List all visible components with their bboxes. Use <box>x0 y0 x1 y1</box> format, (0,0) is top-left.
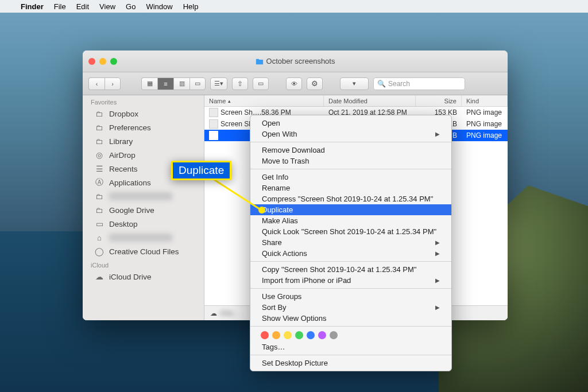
submenu-arrow-icon: ▶ <box>435 250 440 257</box>
ctx-remove-download[interactable]: Remove Download <box>250 145 451 156</box>
sidebar-item-desktop[interactable]: ▭Desktop <box>83 217 204 231</box>
ctx-show-view-options[interactable]: Show View Options <box>250 313 451 324</box>
home-icon: ⌂ <box>94 233 105 242</box>
context-menu: Open Open With▶ Remove Download Move to … <box>250 115 452 371</box>
sidebar-item-library[interactable]: 🗀Library <box>83 134 204 148</box>
recents-icon: ☰ <box>94 164 105 173</box>
annotation-callout: Duplicate <box>171 161 231 180</box>
sidebar-item-preferences[interactable]: 🗀Preferences <box>83 121 204 134</box>
svg-line-0 <box>211 178 260 209</box>
tags-button[interactable]: ▭ <box>253 77 269 90</box>
sidebar-section-favorites: Favorites <box>83 95 204 107</box>
tag-red[interactable] <box>261 331 269 339</box>
submenu-arrow-icon: ▶ <box>435 277 440 284</box>
sidebar-item-redacted-1[interactable]: 🗀 <box>83 189 204 203</box>
search-placeholder: Search <box>388 80 410 88</box>
menubar-window[interactable]: Window <box>146 2 172 11</box>
tag-blue[interactable] <box>307 331 315 339</box>
ctx-separator <box>250 142 451 142</box>
tag-gray[interactable] <box>330 331 338 339</box>
folder-icon: 🗀 <box>94 205 105 215</box>
menubar-help[interactable]: Help <box>183 2 199 11</box>
ctx-duplicate[interactable]: Duplicate <box>250 204 451 215</box>
finder-sidebar: Favorites 🗀Dropbox 🗀Preferences 🗀Library… <box>83 95 204 320</box>
view-list-button[interactable]: ≡ <box>157 77 173 90</box>
sidebar-section-icloud: iCloud <box>83 258 204 270</box>
column-headers: Name Date Modified Size Kind <box>204 95 508 107</box>
ctx-move-to-trash[interactable]: Move to Trash <box>250 156 451 166</box>
folder-icon <box>256 58 264 65</box>
column-name[interactable]: Name <box>204 95 324 106</box>
menubar-file[interactable]: File <box>54 2 66 11</box>
view-gallery-button[interactable]: ▭ <box>189 77 206 90</box>
submenu-arrow-icon: ▶ <box>435 239 440 246</box>
sidebar-item-dropbox[interactable]: 🗀Dropbox <box>83 107 204 121</box>
ctx-separator <box>250 355 451 355</box>
submenu-arrow-icon: ▶ <box>435 304 440 311</box>
menubar-view[interactable]: View <box>99 2 115 11</box>
ctx-compress[interactable]: Compress "Screen Shot 2019-10-24 at 1.25… <box>250 193 451 204</box>
tag-green[interactable] <box>295 331 303 339</box>
cloud-icon: ☁ <box>94 272 105 281</box>
window-title: October screenshots <box>83 57 508 65</box>
view-icons-button[interactable]: ▦ <box>141 77 157 90</box>
tag-yellow[interactable] <box>284 331 292 339</box>
ctx-import-iphone[interactable]: Import from iPhone or iPad▶ <box>250 275 451 286</box>
folder-icon: 🗀 <box>94 137 105 146</box>
image-file-icon <box>209 131 218 140</box>
search-input[interactable]: 🔍 Search <box>373 77 465 90</box>
system-menubar: Finder File Edit View Go Window Help <box>0 0 588 13</box>
action-button[interactable] <box>307 77 323 90</box>
ctx-set-desktop-picture[interactable]: Set Desktop Picture <box>250 358 451 368</box>
quicklook-button[interactable] <box>286 77 302 90</box>
cloud-icon: ☁ <box>210 309 217 317</box>
ctx-sort-by[interactable]: Sort By▶ <box>250 302 451 313</box>
ctx-copy[interactable]: Copy "Screen Shot 2019-10-24 at 1.25.34 … <box>250 264 451 275</box>
menubar-app-name[interactable]: Finder <box>21 2 44 11</box>
ctx-separator <box>250 326 451 327</box>
folder-icon: 🗀 <box>94 192 105 201</box>
applications-icon: Ⓐ <box>94 178 105 187</box>
arrange-button[interactable]: ☰▾ <box>210 77 227 90</box>
image-file-icon <box>209 119 218 129</box>
ctx-quick-actions[interactable]: Quick Actions▶ <box>250 248 451 259</box>
sidebar-item-airdrop[interactable]: ◎AirDrop <box>83 148 204 162</box>
column-date[interactable]: Date Modified <box>324 95 416 106</box>
window-titlebar[interactable]: October screenshots <box>83 51 508 72</box>
ctx-open-with[interactable]: Open With▶ <box>250 129 451 139</box>
ctx-tag-colors <box>250 329 451 341</box>
sidebar-item-google-drive[interactable]: 🗀Google Drive <box>83 203 204 217</box>
folder-icon: 🗀 <box>94 123 105 132</box>
ctx-tags[interactable]: Tags… <box>250 341 451 352</box>
finder-toolbar: ‹ › ▦ ≡ ▥ ▭ ☰▾ ▭ ▾ 🔍 Search <box>83 72 508 95</box>
creative-cloud-icon: ◯ <box>94 247 105 256</box>
sidebar-item-home-redacted[interactable]: ⌂ <box>83 231 204 244</box>
menubar-edit[interactable]: Edit <box>76 2 89 11</box>
view-columns-button[interactable]: ▥ <box>173 77 189 90</box>
share-button[interactable] <box>232 77 248 90</box>
ctx-get-info[interactable]: Get Info <box>250 172 451 183</box>
ctx-quick-look[interactable]: Quick Look "Screen Shot 2019-10-24 at 1.… <box>250 226 451 237</box>
back-button[interactable]: ‹ <box>88 77 105 90</box>
sidebar-item-creative-cloud[interactable]: ◯Creative Cloud Files <box>83 244 204 258</box>
dropdown-button[interactable]: ▾ <box>340 77 369 90</box>
column-kind[interactable]: Kind <box>462 95 508 106</box>
column-size[interactable]: Size <box>416 95 462 106</box>
svg-point-1 <box>258 207 265 214</box>
ctx-use-groups[interactable]: Use Groups <box>250 291 451 302</box>
menubar-go[interactable]: Go <box>126 2 136 11</box>
ctx-separator <box>250 169 451 169</box>
ctx-share[interactable]: Share▶ <box>250 237 451 248</box>
tag-purple[interactable] <box>318 331 326 339</box>
sidebar-item-icloud-drive[interactable]: ☁iCloud Drive <box>83 270 204 284</box>
ctx-separator <box>250 261 451 262</box>
airdrop-icon: ◎ <box>94 150 105 160</box>
ctx-open[interactable]: Open <box>250 118 451 129</box>
ctx-rename[interactable]: Rename <box>250 183 451 193</box>
ctx-make-alias[interactable]: Make Alias <box>250 215 451 226</box>
desktop-icon: ▭ <box>94 219 105 228</box>
ctx-separator <box>250 288 451 289</box>
tag-orange[interactable] <box>272 331 280 339</box>
submenu-arrow-icon: ▶ <box>435 131 440 137</box>
forward-button[interactable]: › <box>105 77 121 90</box>
